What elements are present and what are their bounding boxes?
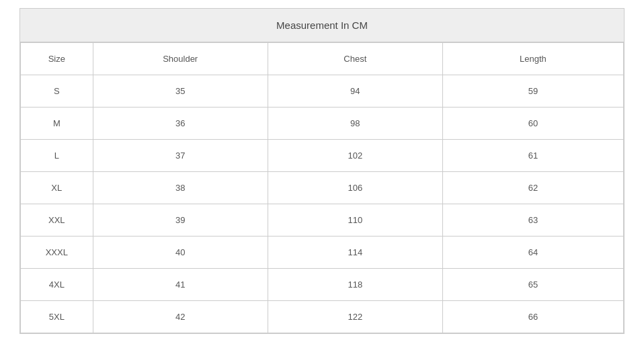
cell-shoulder: 41 [93, 269, 268, 301]
size-chart-table: Size Shoulder Chest Length S359459M36986… [20, 42, 624, 333]
cell-length: 59 [442, 75, 623, 108]
cell-length: 62 [442, 172, 623, 204]
cell-size: S [21, 75, 93, 108]
cell-size: XXXL [21, 237, 93, 269]
table-row: XL3810662 [21, 172, 624, 204]
cell-shoulder: 42 [93, 301, 268, 333]
cell-shoulder: 36 [93, 108, 268, 140]
table-row: XXL3911063 [21, 204, 624, 237]
cell-chest: 114 [268, 237, 442, 269]
cell-size: 5XL [21, 301, 93, 333]
cell-length: 60 [442, 108, 623, 140]
header-chest: Chest [268, 43, 442, 75]
cell-size: M [21, 108, 93, 140]
cell-length: 61 [442, 140, 623, 172]
cell-length: 65 [442, 269, 623, 301]
cell-size: XXL [21, 204, 93, 237]
cell-shoulder: 37 [93, 140, 268, 172]
cell-chest: 118 [268, 269, 442, 301]
cell-chest: 98 [268, 108, 442, 140]
cell-shoulder: 38 [93, 172, 268, 204]
cell-chest: 106 [268, 172, 442, 204]
size-chart-container: Measurement In CM Size Shoulder Chest Le… [19, 8, 625, 334]
table-row: M369860 [21, 108, 624, 140]
table-row: 5XL4212266 [21, 301, 624, 333]
table-title: Measurement In CM [20, 9, 624, 42]
cell-chest: 110 [268, 204, 442, 237]
cell-shoulder: 35 [93, 75, 268, 108]
header-length: Length [442, 43, 623, 75]
table-row: 4XL4111865 [21, 269, 624, 301]
cell-length: 66 [442, 301, 623, 333]
cell-chest: 94 [268, 75, 442, 108]
cell-chest: 122 [268, 301, 442, 333]
header-size: Size [21, 43, 93, 75]
cell-size: XL [21, 172, 93, 204]
table-header-row: Size Shoulder Chest Length [21, 43, 624, 75]
cell-size: 4XL [21, 269, 93, 301]
cell-length: 63 [442, 204, 623, 237]
cell-length: 64 [442, 237, 623, 269]
table-row: XXXL4011464 [21, 237, 624, 269]
cell-size: L [21, 140, 93, 172]
table-row: L3710261 [21, 140, 624, 172]
cell-shoulder: 39 [93, 204, 268, 237]
table-row: S359459 [21, 75, 624, 108]
cell-chest: 102 [268, 140, 442, 172]
header-shoulder: Shoulder [93, 43, 268, 75]
cell-shoulder: 40 [93, 237, 268, 269]
